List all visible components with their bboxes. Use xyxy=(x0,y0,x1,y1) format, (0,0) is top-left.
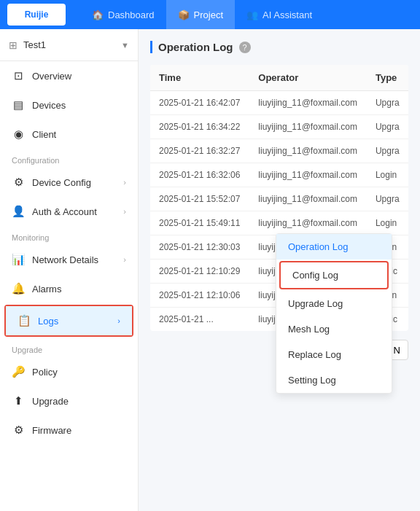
upgrade-icon: ⬆ xyxy=(12,394,25,407)
table-row: 2025-01-21 16:32:06 liuyijing_11@foxmail… xyxy=(150,163,408,187)
top-nav: Ruijie 🏠 Dashboard 📦 Project 👥 AI Assist… xyxy=(0,0,420,29)
client-icon: ◉ xyxy=(12,128,25,141)
sidebar-item-network-details[interactable]: 📊 Network Details › xyxy=(0,245,138,274)
logs-item-container: 📋 Logs › xyxy=(4,305,133,337)
chevron-right-icon-logs: › xyxy=(117,316,120,325)
chevron-right-icon: › xyxy=(123,178,126,187)
col-operator: Operator xyxy=(249,65,367,91)
cell-time: 2025-01-21 16:32:06 xyxy=(150,163,249,187)
overview-icon: ⊡ xyxy=(12,69,25,82)
col-time: Time xyxy=(150,65,249,91)
project-selector-icon: ⊞ xyxy=(9,39,18,51)
nav-ai-assistant[interactable]: 👥 AI Assistant xyxy=(235,0,324,29)
sidebar-item-devices[interactable]: ▤ Devices xyxy=(0,90,138,120)
firmware-icon: ⚙ xyxy=(12,424,25,437)
device-config-icon: ⚙ xyxy=(12,176,25,189)
sidebar-item-policy[interactable]: 🔑 Policy xyxy=(0,357,138,386)
table-row: 2025-01-21 16:42:07 liuyijing_11@foxmail… xyxy=(150,91,408,115)
cell-operator: liuyijing_11@foxmail.com xyxy=(249,163,367,187)
sidebar-item-upgrade[interactable]: ⬆ Upgrade xyxy=(0,386,138,416)
logs-icon: 📋 xyxy=(18,314,31,327)
sidebar-item-auth-account[interactable]: 👤 Auth & Account › xyxy=(0,197,138,226)
page-title: Operation Log xyxy=(158,41,233,53)
devices-icon: ▤ xyxy=(12,98,25,112)
sidebar-item-alarms[interactable]: 🔔 Alarms xyxy=(0,274,138,303)
chevron-down-icon: ▼ xyxy=(121,41,129,50)
cell-time: 2025-01-21 15:52:07 xyxy=(150,187,249,211)
cell-type: Upgra xyxy=(367,91,408,115)
table-row: 2025-01-21 16:32:27 liuyijing_11@foxmail… xyxy=(150,139,408,163)
table-row: 2025-01-21 15:49:11 liuyijing_11@foxmail… xyxy=(150,211,408,235)
cell-type: Upgra xyxy=(367,115,408,139)
cell-time: 2025-01-21 12:30:03 xyxy=(150,235,249,260)
auth-icon: 👤 xyxy=(12,205,25,218)
nav-dashboard[interactable]: 🏠 Dashboard xyxy=(80,0,166,29)
help-icon[interactable]: ? xyxy=(239,42,251,53)
cell-time: 2025-01-21 12:10:29 xyxy=(150,260,249,284)
table-row: 2025-01-21 16:34:22 liuyijing_11@foxmail… xyxy=(150,115,408,139)
dropdown-item-upgrade-log[interactable]: Upgrade Log xyxy=(276,291,392,316)
sidebar-item-firmware[interactable]: ⚙ Firmware xyxy=(0,416,138,445)
cell-time: 2025-01-21 12:10:06 xyxy=(150,284,249,308)
cell-time: 2025-01-21 ... xyxy=(150,308,249,332)
dropdown-item-config-log[interactable]: Config Log xyxy=(281,262,387,288)
cell-operator: liuyijing_11@foxmail.com xyxy=(249,187,367,211)
dropdown-item-operation-log[interactable]: Operation Log xyxy=(276,234,392,260)
dropdown-item-setting-log[interactable]: Setting Log xyxy=(276,367,392,393)
alarms-icon: 🔔 xyxy=(12,282,25,295)
cell-operator: liuyijing_11@foxmail.com xyxy=(249,91,367,115)
page-title-row: Operation Log ? xyxy=(150,41,408,53)
sidebar-item-overview[interactable]: ⊡ Overview xyxy=(0,61,138,90)
cell-time: 2025-01-21 16:42:07 xyxy=(150,91,249,115)
cell-time: 2025-01-21 16:34:22 xyxy=(150,115,249,139)
cell-time: 2025-01-21 15:49:11 xyxy=(150,211,249,235)
ai-icon: 👥 xyxy=(246,9,258,20)
sidebar: ⊞ Test1 ▼ ⊡ Overview ▤ Devices ◉ Client … xyxy=(0,29,139,511)
project-selector-label: Test1 xyxy=(23,39,115,50)
dropdown-item-mesh-log[interactable]: Mesh Log xyxy=(276,316,392,342)
project-selector[interactable]: ⊞ Test1 ▼ xyxy=(0,29,138,61)
table-row: 2025-01-21 15:52:07 liuyijing_11@foxmail… xyxy=(150,187,408,211)
sidebar-item-logs[interactable]: 📋 Logs › xyxy=(6,306,132,335)
cell-operator: liuyijing_11@foxmail.com xyxy=(249,139,367,163)
nav-project[interactable]: 📦 Project xyxy=(166,0,235,29)
sidebar-item-device-config[interactable]: ⚙ Device Config › xyxy=(0,168,138,197)
network-icon: 📊 xyxy=(12,253,25,266)
dropdown-item-config-log-container: Config Log xyxy=(279,261,389,289)
cell-type: Upgra xyxy=(367,139,408,163)
chevron-right-icon-3: › xyxy=(123,255,126,264)
col-type: Type xyxy=(367,65,408,91)
monitoring-section-label: Monitoring xyxy=(0,226,138,245)
cell-operator: liuyijing_11@foxmail.com xyxy=(249,211,367,235)
dropdown-menu: Operation Log Config Log Upgrade Log Mes… xyxy=(276,233,392,394)
project-icon: 📦 xyxy=(178,9,190,20)
dashboard-icon: 🏠 xyxy=(92,9,104,20)
logo: Ruijie xyxy=(7,4,66,26)
policy-icon: 🔑 xyxy=(12,365,25,378)
cell-type: Login xyxy=(367,211,408,235)
cell-type: Login xyxy=(367,163,408,187)
cell-operator: liuyijing_11@foxmail.com xyxy=(249,115,367,139)
chevron-right-icon-2: › xyxy=(123,207,126,216)
main-content: Operation Log ? Time Operator Type 2025-… xyxy=(139,29,420,511)
cell-time: 2025-01-21 16:32:27 xyxy=(150,139,249,163)
layout: ⊞ Test1 ▼ ⊡ Overview ▤ Devices ◉ Client … xyxy=(0,29,420,511)
configuration-section-label: Configuration xyxy=(0,149,138,168)
cell-type: Upgra xyxy=(367,187,408,211)
upgrade-section-label: Upgrade xyxy=(0,338,138,357)
sidebar-item-client[interactable]: ◉ Client xyxy=(0,120,138,149)
dropdown-item-replace-log[interactable]: Replace Log xyxy=(276,342,392,367)
